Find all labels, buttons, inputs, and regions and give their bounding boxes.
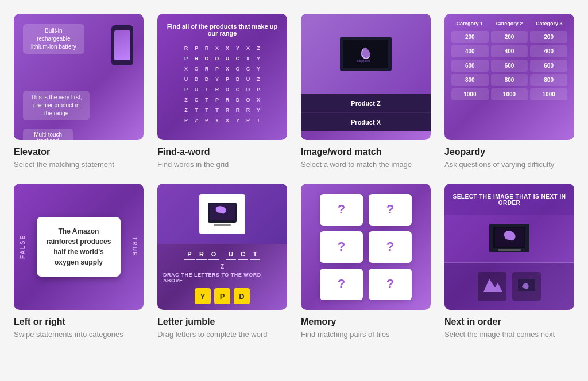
jp-cell[interactable]: 600 [530,60,567,72]
fw-cell: O [192,64,201,73]
card-desc-nextorder: Select the image that comes next [444,329,574,340]
im-options-list: Product Z Product X [301,94,431,131]
fw-cell: T [202,85,211,94]
fw-cell: X [212,44,222,53]
fw-cell: P [212,95,222,104]
jp-cell[interactable]: 600 [451,60,489,72]
fw-cell: T [192,106,201,115]
lj-letter: T [250,250,260,260]
jp-cell[interactable]: 400 [451,45,489,57]
im-option-2[interactable]: Product X [301,113,431,131]
mem-card-4[interactable]: ? [369,231,412,263]
fw-cell: R [181,44,191,53]
fw-cell: T [202,106,211,115]
no-item-svg-2 [515,276,538,296]
jp-cell[interactable]: 800 [530,74,567,86]
fw-cell: Y [233,116,242,125]
fw-cell: D [212,54,222,63]
card-findword[interactable]: Find all of the products that make up ou… [157,14,287,170]
fw-cell: T [243,54,253,63]
jp-cell[interactable]: 200 [530,31,567,43]
fw-cell: U [181,75,191,84]
fw-cell: X [223,64,232,73]
no-header-text: SELECT THE IMAGE THAT IS NEXT IN ORDER [451,193,567,206]
fw-cell: R [192,54,201,63]
fw-cell: P [243,116,253,125]
card-desc-elevator: Select the matching statement [14,160,144,170]
phone-screen [114,30,130,60]
lj-tile-d[interactable]: D [234,288,250,304]
fw-cell: Z [181,95,191,104]
im-option-1[interactable]: Product Z [301,94,431,113]
elev-label-3: Multi-touch trackpad [23,129,73,140]
fw-cell: U [243,75,253,84]
jp-cell[interactable]: 1000 [491,88,528,100]
mem-card-3[interactable]: ? [320,231,363,263]
card-nextorder[interactable]: SELECT THE IMAGE THAT IS NEXT IN ORDER [444,184,574,340]
thumbnail-leftright: FALSE The Amazon rainforest produces hal… [14,184,144,310]
jp-cell[interactable]: 600 [491,60,528,72]
jp-cell[interactable]: 400 [491,45,528,57]
card-desc-leftright: Swipe statements into categories [14,329,144,340]
lr-statement-card: The Amazon rainforest produces half the … [37,217,121,277]
jp-cell[interactable]: 1000 [530,88,567,100]
fw-cell: R [202,44,211,53]
lj-tile-p[interactable]: P [214,288,230,304]
im-image-area: edapp.com [301,14,431,94]
lj-product-image [199,194,245,234]
card-leftright[interactable]: FALSE The Amazon rainforest produces hal… [14,184,144,340]
jp-cell[interactable]: 200 [451,31,489,43]
jp-cell[interactable]: 400 [530,45,567,57]
fw-cell: X [223,116,232,125]
lj-letter: O [208,250,219,260]
card-title-nextorder: Next in order [444,317,574,327]
fw-cell: D [192,75,201,84]
jp-cell[interactable]: 800 [491,74,528,86]
fw-cell: P [181,54,191,63]
lj-word-area: P R O U C T Z DRAG THE LETTERS TO THE WO… [157,244,287,310]
jp-cells: 200200200 400400400 600600600 800800800 … [451,31,567,100]
elevator-phone [111,25,133,65]
fw-cell: Y [233,44,242,53]
jp-cell[interactable]: 800 [451,74,489,86]
thumbnail-letterjumble: P R O U C T Z DRAG THE LETTERS TO THE WO… [157,184,287,310]
im-laptop: edapp.com [340,37,392,71]
fw-cell: C [233,54,242,63]
fw-header: Find all of the products that make up ou… [164,23,280,37]
card-elevator[interactable]: Built-in rechargeable lithium-ion batter… [14,14,144,170]
lj-tile-y[interactable]: Y [195,288,211,304]
card-jeopardy[interactable]: Category 1 Category 2 Category 3 2002002… [444,14,574,170]
fw-cell: Z [254,44,263,53]
svg-text:edapp.com: edapp.com [357,60,370,63]
fw-cell: Y [254,106,263,115]
jp-cell[interactable]: 200 [491,31,528,43]
fw-cell: P [181,85,191,94]
card-desc-imgmatch: Select a word to match the image [301,160,431,170]
fw-cell: X [223,44,232,53]
no-laptop-svg [492,226,527,251]
no-laptop [489,224,529,252]
fw-cell: C [192,95,201,104]
fw-cell: P [212,64,222,73]
svg-rect-6 [498,249,521,251]
fw-cell: P [181,116,191,125]
mem-card-5[interactable]: ? [320,269,363,300]
no-top-row [444,215,574,263]
card-title-findword: Find-a-word [157,147,287,157]
fw-cell: Y [254,64,263,73]
fw-cell: P [192,44,201,53]
card-memory[interactable]: ? ? ? ? ? ? Memory Find matching pairs o… [301,184,431,340]
fw-cell: D [233,75,242,84]
jp-col-1: Category 1 [451,21,488,28]
jp-cell[interactable]: 1000 [451,88,489,100]
card-imgmatch[interactable]: edapp.com Product Z Product X Image/word… [301,14,431,170]
mem-card-6[interactable]: ? [369,269,412,300]
fw-cell: R [243,106,253,115]
card-letterjumble[interactable]: P R O U C T Z DRAG THE LETTERS TO THE WO… [157,184,287,340]
fw-cell: U [192,85,201,94]
mem-card-2[interactable]: ? [369,194,412,226]
lj-word-display: P R O U C T [184,250,260,260]
thumbnail-nextorder: SELECT THE IMAGE THAT IS NEXT IN ORDER [444,184,574,310]
mem-card-1[interactable]: ? [320,194,363,226]
card-desc-memory: Find matching pairs of tiles [301,329,431,340]
